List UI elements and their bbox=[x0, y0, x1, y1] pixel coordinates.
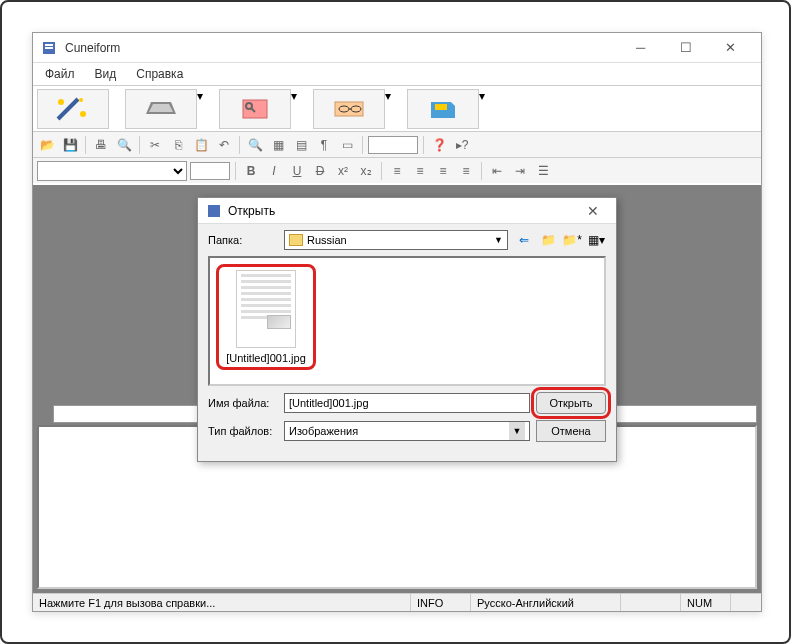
file-thumbnail bbox=[236, 270, 296, 348]
separator bbox=[139, 136, 140, 154]
filetype-select[interactable]: Изображения ▼ bbox=[284, 421, 530, 441]
table-icon[interactable]: ▦ bbox=[268, 135, 288, 155]
maximize-button[interactable]: ☐ bbox=[663, 34, 708, 62]
align-center-icon[interactable]: ≡ bbox=[410, 161, 430, 181]
statusbar: Нажмите F1 для вызова справки... INFO Ру… bbox=[33, 593, 761, 611]
file-item[interactable]: [Untitled]001.jpg bbox=[216, 264, 316, 370]
filetype-value: Изображения bbox=[289, 425, 358, 437]
align-justify-icon[interactable]: ≡ bbox=[456, 161, 476, 181]
paste-icon[interactable]: 📋 bbox=[191, 135, 211, 155]
menubar: Файл Вид Справка bbox=[33, 63, 761, 85]
bold-icon[interactable]: B bbox=[241, 161, 261, 181]
underline-icon[interactable]: U bbox=[287, 161, 307, 181]
scanner-button[interactable] bbox=[125, 89, 197, 129]
window-controls: ─ ☐ ✕ bbox=[618, 34, 753, 62]
open-image-button[interactable] bbox=[219, 89, 291, 129]
find-icon[interactable]: 🔍 bbox=[245, 135, 265, 155]
preview-icon[interactable]: 🔍 bbox=[114, 135, 134, 155]
menu-help[interactable]: Справка bbox=[128, 65, 191, 83]
zoom-input[interactable] bbox=[368, 136, 418, 154]
context-help-icon[interactable]: ▸? bbox=[452, 135, 472, 155]
separator bbox=[239, 136, 240, 154]
open-dialog: Открыть ✕ Папка: Russian ▼ ⇐ 📁 📁* ▦▾ bbox=[197, 197, 617, 462]
separator bbox=[235, 162, 236, 180]
status-hint: Нажмите F1 для вызова справки... bbox=[33, 594, 411, 611]
status-num: NUM bbox=[681, 594, 731, 611]
separator bbox=[362, 136, 363, 154]
print-icon[interactable]: 🖶 bbox=[91, 135, 111, 155]
nav-icons: ⇐ 📁 📁* ▦▾ bbox=[514, 230, 606, 250]
folder-icon bbox=[289, 234, 303, 246]
dropdown-arrow-icon: ▼ bbox=[509, 422, 525, 440]
folder-label: Папка: bbox=[208, 234, 278, 246]
file-name-label: [Untitled]001.jpg bbox=[222, 352, 310, 364]
minimize-button[interactable]: ─ bbox=[618, 34, 663, 62]
separator bbox=[85, 136, 86, 154]
cancel-button[interactable]: Отмена bbox=[536, 420, 606, 442]
copy-icon[interactable]: ⎘ bbox=[168, 135, 188, 155]
status-caps bbox=[621, 594, 681, 611]
grid-icon[interactable]: ▤ bbox=[291, 135, 311, 155]
close-button[interactable]: ✕ bbox=[708, 34, 753, 62]
svg-rect-8 bbox=[435, 104, 447, 110]
status-scrl bbox=[731, 594, 761, 611]
separator bbox=[423, 136, 424, 154]
new-folder-icon[interactable]: 📁* bbox=[562, 230, 582, 250]
dialog-body: Папка: Russian ▼ ⇐ 📁 📁* ▦▾ bbox=[198, 224, 616, 454]
folder-select[interactable]: Russian ▼ bbox=[284, 230, 508, 250]
app-icon bbox=[41, 40, 57, 56]
dialog-close-button[interactable]: ✕ bbox=[578, 203, 608, 219]
toolbar-standard: 📂 💾 🖶 🔍 ✂ ⎘ 📋 ↶ 🔍 ▦ ▤ ¶ ▭ ❓ ▸? bbox=[33, 131, 761, 157]
separator bbox=[381, 162, 382, 180]
save-button[interactable] bbox=[407, 89, 479, 129]
scanner-dropdown[interactable]: ▾ bbox=[197, 89, 203, 129]
toolbar-format: B I U D x² x₂ ≡ ≡ ≡ ≡ ⇤ ⇥ ☰ bbox=[33, 157, 761, 183]
up-folder-icon[interactable]: 📁 bbox=[538, 230, 558, 250]
filetype-label: Тип файлов: bbox=[208, 425, 278, 437]
status-info: INFO bbox=[411, 594, 471, 611]
font-select[interactable] bbox=[37, 161, 187, 181]
view-menu-icon[interactable]: ▦▾ bbox=[586, 230, 606, 250]
layout-icon[interactable]: ▭ bbox=[337, 135, 357, 155]
dialog-titlebar: Открыть ✕ bbox=[198, 198, 616, 224]
toolbar-main: ▾ ▾ ▾ ▾ bbox=[33, 85, 761, 131]
recognize-dropdown[interactable]: ▾ bbox=[385, 89, 391, 129]
help-icon[interactable]: ❓ bbox=[429, 135, 449, 155]
list-icon[interactable]: ☰ bbox=[533, 161, 553, 181]
wizard-button[interactable] bbox=[37, 89, 109, 129]
folder-name: Russian bbox=[307, 234, 347, 246]
dropdown-arrow-icon: ▼ bbox=[494, 235, 503, 245]
superscript-icon[interactable]: x² bbox=[333, 161, 353, 181]
svg-point-0 bbox=[58, 99, 64, 105]
save-dropdown[interactable]: ▾ bbox=[479, 89, 485, 129]
paragraph-icon[interactable]: ¶ bbox=[314, 135, 334, 155]
italic-icon[interactable]: I bbox=[264, 161, 284, 181]
filename-label: Имя файла: bbox=[208, 397, 278, 409]
separator bbox=[481, 162, 482, 180]
menu-file[interactable]: Файл bbox=[37, 65, 83, 83]
status-language: Русско-Английский bbox=[471, 594, 621, 611]
filename-input[interactable] bbox=[284, 393, 530, 413]
align-right-icon[interactable]: ≡ bbox=[433, 161, 453, 181]
cut-icon[interactable]: ✂ bbox=[145, 135, 165, 155]
align-left-icon[interactable]: ≡ bbox=[387, 161, 407, 181]
titlebar: Cuneiform ─ ☐ ✕ bbox=[33, 33, 761, 63]
indent-right-icon[interactable]: ⇥ bbox=[510, 161, 530, 181]
open-button[interactable]: Открыть bbox=[536, 392, 606, 414]
strike-icon[interactable]: D bbox=[310, 161, 330, 181]
open-icon[interactable]: 📂 bbox=[37, 135, 57, 155]
save-icon[interactable]: 💾 bbox=[60, 135, 80, 155]
menu-view[interactable]: Вид bbox=[87, 65, 125, 83]
subscript-icon[interactable]: x₂ bbox=[356, 161, 376, 181]
recognize-button[interactable] bbox=[313, 89, 385, 129]
back-icon[interactable]: ⇐ bbox=[514, 230, 534, 250]
file-list[interactable]: [Untitled]001.jpg bbox=[208, 256, 606, 386]
open-image-dropdown[interactable]: ▾ bbox=[291, 89, 297, 129]
dialog-icon bbox=[206, 203, 222, 219]
undo-icon[interactable]: ↶ bbox=[214, 135, 234, 155]
window-title: Cuneiform bbox=[65, 41, 618, 55]
font-size-input[interactable] bbox=[190, 162, 230, 180]
svg-point-2 bbox=[79, 98, 83, 102]
indent-left-icon[interactable]: ⇤ bbox=[487, 161, 507, 181]
dialog-title: Открыть bbox=[228, 204, 578, 218]
